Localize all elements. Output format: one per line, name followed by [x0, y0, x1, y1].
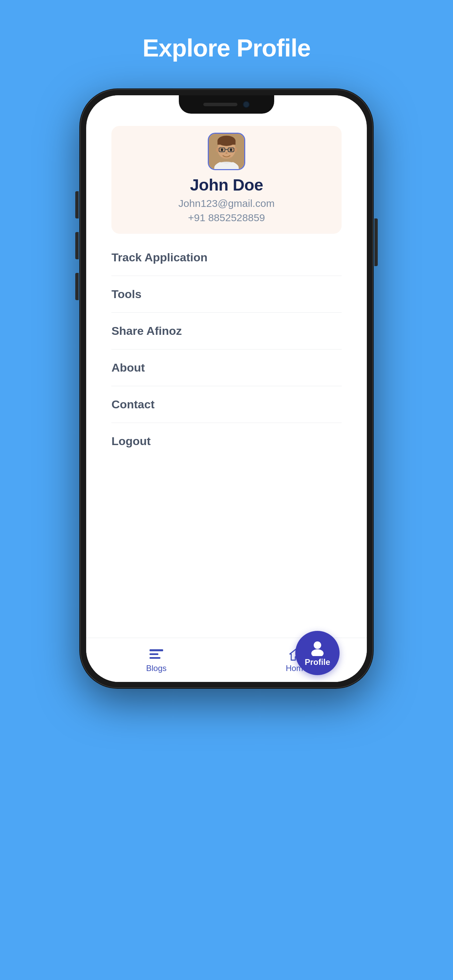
menu-item-share-afinoz-label: Share Afinoz: [112, 324, 182, 337]
menu-item-track-application[interactable]: Track Application: [112, 239, 341, 276]
svg-point-10: [230, 148, 232, 151]
profile-fab-label: Profile: [305, 657, 330, 667]
menu-item-logout-label: Logout: [112, 434, 150, 448]
svg-rect-16: [150, 657, 160, 659]
menu-list: Track Application Tools Share Afinoz Abo…: [112, 239, 341, 460]
profile-card: John Doe John123@gmail.com +91 885252885…: [112, 126, 341, 234]
blogs-icon: [147, 647, 165, 662]
profile-fab-icon: [309, 639, 326, 656]
menu-item-tools-label: Tools: [112, 288, 141, 301]
notch-camera: [243, 101, 250, 108]
user-phone: +91 8852528859: [188, 212, 265, 224]
page-title: Explore Profile: [142, 34, 310, 62]
notch-area: [86, 95, 367, 123]
nav-blogs-label: Blogs: [146, 663, 167, 673]
menu-item-contact-label: Contact: [112, 398, 155, 411]
svg-rect-12: [221, 157, 232, 159]
nav-item-blogs[interactable]: Blogs: [86, 647, 226, 673]
menu-item-about-label: About: [112, 361, 145, 374]
notch-speaker: [203, 103, 238, 106]
user-name: John Doe: [190, 176, 263, 194]
menu-item-about[interactable]: About: [112, 350, 341, 386]
svg-point-18: [311, 649, 324, 656]
svg-point-4: [216, 148, 219, 152]
menu-item-track-application-label: Track Application: [112, 251, 207, 264]
svg-point-17: [314, 641, 321, 649]
screen-content: John Doe John123@gmail.com +91 885252885…: [86, 123, 367, 638]
bottom-nav: Blogs Home Profile: [86, 638, 367, 682]
notch: [179, 95, 274, 114]
svg-rect-15: [150, 653, 158, 655]
svg-point-11: [225, 153, 228, 154]
svg-point-5: [234, 148, 237, 152]
profile-fab-button[interactable]: Profile: [295, 631, 340, 675]
menu-item-tools[interactable]: Tools: [112, 276, 341, 313]
svg-rect-14: [150, 649, 163, 651]
menu-item-share-afinoz[interactable]: Share Afinoz: [112, 313, 341, 350]
phone-shell: John Doe John123@gmail.com +91 885252885…: [80, 89, 373, 688]
svg-point-9: [221, 148, 223, 151]
avatar: [208, 133, 245, 170]
user-email: John123@gmail.com: [179, 198, 274, 209]
svg-rect-3: [218, 141, 236, 145]
menu-item-contact[interactable]: Contact: [112, 386, 341, 423]
phone-screen: John Doe John123@gmail.com +91 885252885…: [86, 95, 367, 682]
menu-item-logout[interactable]: Logout: [112, 423, 341, 460]
